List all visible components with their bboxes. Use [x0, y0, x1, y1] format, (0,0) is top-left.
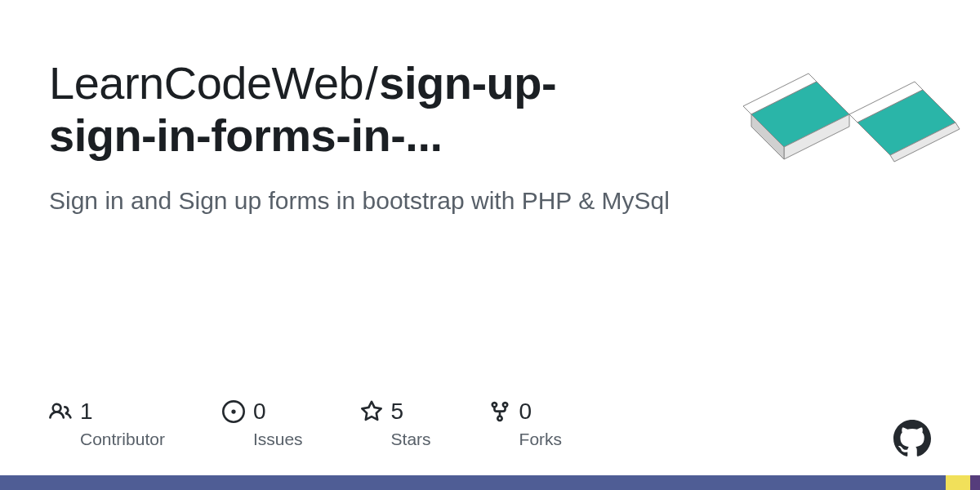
forks-count: 0: [519, 399, 532, 425]
repo-title: LearnCodeWeb/sign-up-sign-in-forms-in-..…: [49, 57, 678, 163]
slash-separator: /: [365, 57, 377, 109]
repo-description: Sign in and Sign up forms in bootstrap w…: [49, 184, 670, 218]
stat-forks: 0 Forks: [488, 399, 563, 449]
repo-stats: 1 Contributor 0 Issues 5 Stars: [49, 399, 562, 449]
language-segment-1: [0, 475, 946, 490]
star-icon: [360, 400, 383, 423]
contributors-count: 1: [80, 399, 93, 425]
stat-issues: 0 Issues: [222, 399, 303, 449]
repo-owner: LearnCodeWeb: [49, 57, 363, 109]
project-logo: [735, 41, 964, 204]
contributors-label: Contributor: [80, 430, 165, 449]
issues-count: 0: [253, 399, 266, 425]
issues-label: Issues: [253, 430, 303, 449]
stat-contributors: 1 Contributor: [49, 399, 165, 449]
stars-label: Stars: [391, 430, 431, 449]
people-icon: [49, 400, 72, 423]
repo-name-part2: sign-in-forms-in-...: [49, 109, 443, 161]
language-segment-3: [970, 475, 980, 490]
forks-label: Forks: [519, 430, 563, 449]
stat-stars: 5 Stars: [360, 399, 431, 449]
language-bar: [0, 475, 980, 490]
social-card: LearnCodeWeb/sign-up-sign-in-forms-in-..…: [0, 0, 980, 490]
fork-icon: [488, 400, 511, 423]
issue-icon: [222, 400, 245, 423]
github-icon: [893, 420, 931, 457]
repo-name-part1: sign-up-: [379, 57, 556, 109]
stars-count: 5: [391, 399, 404, 425]
language-segment-2: [946, 475, 970, 490]
